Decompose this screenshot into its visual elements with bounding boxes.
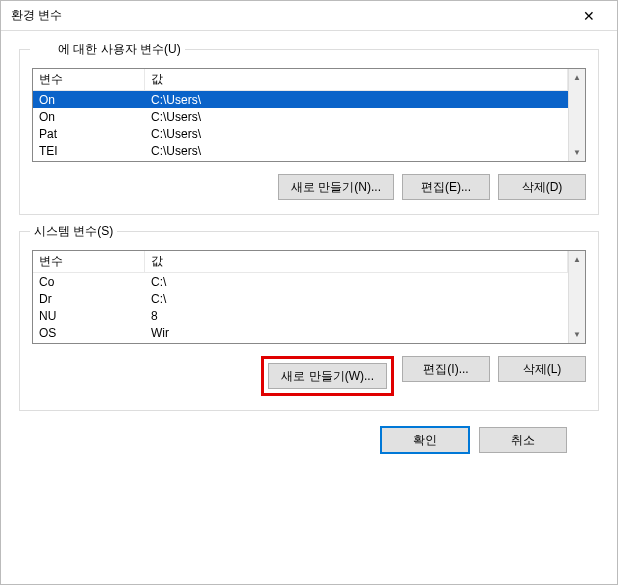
scroll-down-icon[interactable]: ▼ bbox=[569, 144, 586, 161]
close-button[interactable]: ✕ bbox=[569, 2, 609, 30]
scroll-up-icon[interactable]: ▲ bbox=[569, 251, 586, 268]
table-row[interactable]: NU 8 bbox=[33, 307, 568, 324]
dialog-content: r 에 대한 사용자 변수(U) 변수 값 On C:\Users\ bbox=[1, 31, 617, 584]
table-row[interactable]: On C:\Users\ bbox=[33, 108, 568, 125]
scrollbar[interactable]: ▲ ▼ bbox=[568, 251, 585, 343]
header-value[interactable]: 값 bbox=[145, 69, 568, 90]
system-vars-label: 시스템 변수(S) bbox=[30, 223, 117, 240]
env-vars-dialog: 환경 변수 ✕ r 에 대한 사용자 변수(U) 변수 값 On bbox=[0, 0, 618, 585]
header-variable[interactable]: 변수 bbox=[33, 251, 145, 272]
table-row[interactable]: OS Wir bbox=[33, 324, 568, 341]
user-buttons: 새로 만들기(N)... 편집(E)... 삭제(D) bbox=[32, 174, 586, 200]
table-row[interactable]: TEI C:\Users\ bbox=[33, 142, 568, 159]
header-variable[interactable]: 변수 bbox=[33, 69, 145, 90]
scrollbar[interactable]: ▲ ▼ bbox=[568, 69, 585, 161]
system-delete-button[interactable]: 삭제(L) bbox=[498, 356, 586, 382]
table-row[interactable]: Dr C:\ bbox=[33, 290, 568, 307]
dialog-buttons: 확인 취소 bbox=[19, 427, 599, 453]
table-row[interactable]: Pat C:\Users\ bbox=[33, 125, 568, 142]
scroll-down-icon[interactable]: ▼ bbox=[569, 326, 586, 343]
user-vars-table[interactable]: 변수 값 On C:\Users\ On C:\Users\ bbox=[32, 68, 586, 162]
system-new-button[interactable]: 새로 만들기(W)... bbox=[268, 363, 387, 389]
cancel-button[interactable]: 취소 bbox=[479, 427, 567, 453]
table-row[interactable]: On C:\Users\ bbox=[33, 91, 568, 108]
header-value[interactable]: 값 bbox=[145, 251, 568, 272]
user-vars-group: r 에 대한 사용자 변수(U) 변수 값 On C:\Users\ bbox=[19, 49, 599, 215]
close-icon: ✕ bbox=[583, 8, 595, 24]
system-buttons: 새로 만들기(W)... 편집(I)... 삭제(L) bbox=[32, 356, 586, 396]
system-vars-group: 시스템 변수(S) 변수 값 Co C:\ Dr C:\ bbox=[19, 231, 599, 411]
window-title: 환경 변수 bbox=[11, 7, 62, 24]
table-headers: 변수 값 bbox=[33, 69, 568, 91]
system-edit-button[interactable]: 편집(I)... bbox=[402, 356, 490, 382]
highlight-box: 새로 만들기(W)... bbox=[261, 356, 394, 396]
table-headers: 변수 값 bbox=[33, 251, 568, 273]
table-row[interactable]: Co C:\ bbox=[33, 273, 568, 290]
user-delete-button[interactable]: 삭제(D) bbox=[498, 174, 586, 200]
titlebar: 환경 변수 ✕ bbox=[1, 1, 617, 31]
system-vars-table[interactable]: 변수 값 Co C:\ Dr C:\ NU bbox=[32, 250, 586, 344]
user-rows: On C:\Users\ On C:\Users\ Pat C:\Users\ bbox=[33, 91, 568, 159]
user-new-button[interactable]: 새로 만들기(N)... bbox=[278, 174, 394, 200]
scroll-up-icon[interactable]: ▲ bbox=[569, 69, 586, 86]
system-rows: Co C:\ Dr C:\ NU 8 OS Wi bbox=[33, 273, 568, 341]
user-edit-button[interactable]: 편집(E)... bbox=[402, 174, 490, 200]
user-vars-label: r 에 대한 사용자 변수(U) bbox=[30, 41, 185, 58]
ok-button[interactable]: 확인 bbox=[381, 427, 469, 453]
